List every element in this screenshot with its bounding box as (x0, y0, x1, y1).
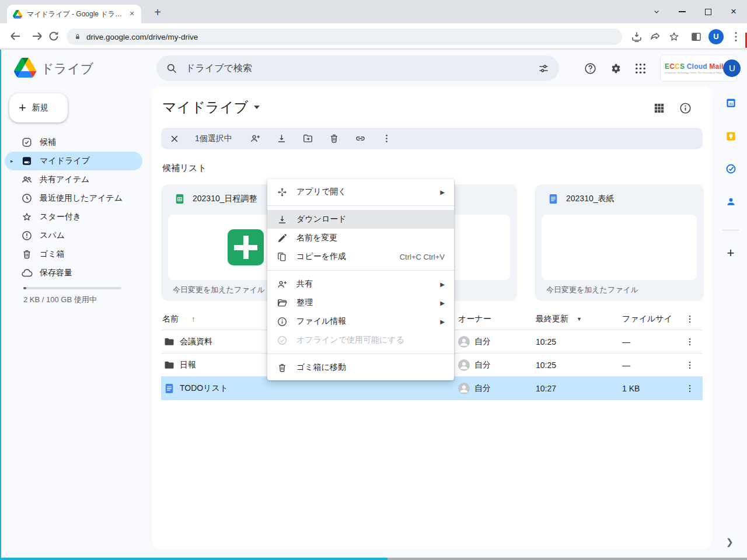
contacts-icon[interactable] (725, 196, 736, 207)
sidebar-item-starred[interactable]: スター付き (5, 208, 142, 226)
menu-item-open-with[interactable]: アプリで開く ▶ (267, 183, 454, 201)
owner-avatar (458, 383, 470, 394)
column-modified[interactable]: 最終更新 ▼ (536, 308, 582, 330)
page-title: マイドライブ (162, 98, 248, 117)
window-close-button[interactable]: × (720, 0, 747, 23)
file-row-todo-list-selected[interactable]: TODOリスト 自分 10:27 1 KB (161, 377, 703, 400)
row-more-icon[interactable] (685, 360, 695, 370)
card-preview (542, 215, 697, 280)
my-drive-icon (21, 155, 33, 167)
forward-button[interactable] (30, 29, 44, 43)
downloads-icon[interactable] (630, 30, 643, 43)
sidebar-item-label: 保存容量 (40, 268, 72, 278)
grid-view-toggle-icon[interactable] (652, 102, 666, 115)
organize-icon (277, 298, 288, 309)
url-bar[interactable]: drive.google.com/drive/my-drive (67, 29, 622, 45)
menu-item-move-to-trash[interactable]: ゴミ箱に移動 (267, 358, 454, 377)
expand-arrow-icon[interactable]: ▸ (11, 158, 13, 164)
get-addons-icon[interactable]: + (724, 246, 737, 261)
browser-tab[interactable]: マイドライブ - Google ドライブ × (7, 5, 141, 23)
sidebar-item-shared[interactable]: 共有アイテム (5, 170, 142, 189)
row-more-icon[interactable] (685, 337, 695, 347)
submenu-arrow-icon: ▶ (440, 281, 445, 288)
sidebar-item-label: スター付き (40, 212, 81, 222)
side-panel-icon[interactable] (690, 30, 703, 43)
column-name[interactable]: 名前 ↑ (162, 308, 196, 330)
sidebar-item-my-drive[interactable]: ▸ マイドライブ (5, 152, 142, 170)
selection-toolbar: 1個選択中 (161, 128, 703, 149)
clear-selection-icon[interactable] (169, 134, 180, 144)
sidebar-item-recent[interactable]: 最近使用したアイテム (5, 189, 142, 208)
window-maximize-button[interactable] (694, 0, 721, 23)
reload-button[interactable] (47, 29, 61, 43)
my-drive-title-dropdown[interactable]: マイドライブ (162, 98, 260, 117)
menu-item-make-copy[interactable]: コピーを作成 Ctrl+C Ctrl+V (267, 247, 454, 266)
menu-item-share[interactable]: 共有 ▶ (267, 275, 454, 293)
sort-dropdown-icon: ▼ (577, 316, 582, 322)
account-avatar[interactable]: U (723, 60, 741, 77)
drive-favicon-icon (13, 10, 22, 19)
sidebar-item-label: 最近使用したアイテム (40, 193, 123, 204)
trash-icon (277, 362, 288, 373)
file-name: 日報 (180, 360, 196, 370)
share-icon (277, 279, 288, 290)
share-selected-icon[interactable] (250, 133, 261, 144)
calendar-icon[interactable]: 31 (725, 97, 736, 108)
window-minimize-button[interactable] (669, 0, 696, 23)
keep-icon[interactable] (725, 131, 736, 142)
sidebar-item-spam[interactable]: スパム (5, 226, 142, 245)
settings-gear-icon[interactable] (609, 62, 623, 75)
column-more[interactable] (683, 308, 697, 330)
sidebar-item-trash[interactable]: ゴミ箱 (5, 245, 142, 264)
more-actions-icon[interactable] (381, 133, 392, 144)
browser-profile-avatar[interactable]: U (708, 29, 724, 44)
browser-menu-icon[interactable] (729, 30, 742, 43)
star-icon (21, 211, 33, 223)
hide-panel-chevron-icon[interactable]: ❯ (726, 537, 734, 547)
storage-usage-text: 2 KB / 100 GB 使用中 (23, 295, 97, 305)
suggestion-card-cover[interactable]: 202310_表紙 今日変更を加えたファイル (535, 184, 704, 301)
lock-icon (74, 32, 82, 41)
tab-close-icon[interactable]: × (127, 9, 137, 19)
window-chevron-button[interactable] (643, 0, 670, 23)
menu-item-file-info[interactable]: ファイル情報 ▶ (267, 312, 454, 331)
row-more-icon[interactable] (685, 383, 695, 394)
menu-item-rename[interactable]: 名前を変更 (267, 229, 454, 247)
card-reason: 今日変更を加えたファイル (173, 285, 265, 295)
sidebar-item-storage[interactable]: 保存容量 (5, 264, 142, 282)
file-name: TODOリスト (180, 383, 228, 394)
share-page-icon[interactable] (649, 30, 662, 43)
tasks-icon[interactable] (725, 163, 736, 174)
browser-window: マイドライブ - Google ドライブ × + × drive.google.… (0, 0, 747, 560)
tab-title: マイドライブ - Google ドライブ (27, 9, 127, 19)
account-button[interactable]: ECCS Cloud Mail Information Technology C… (660, 55, 737, 82)
trash-selected-icon[interactable] (329, 133, 340, 144)
sort-ascending-icon: ↑ (191, 314, 196, 323)
apps-grid-icon[interactable] (634, 62, 647, 75)
storage-progress-bar (23, 287, 121, 289)
download-selected-icon[interactable] (276, 133, 287, 144)
back-button[interactable] (8, 29, 22, 43)
bookmark-star-icon[interactable] (668, 30, 680, 43)
menu-divider (267, 354, 454, 354)
search-input[interactable]: ドライブで検索 (156, 55, 559, 81)
owner-label: 自分 (474, 360, 491, 370)
drive-logo-icon[interactable] (14, 58, 36, 78)
new-tab-button[interactable]: + (149, 5, 166, 21)
menu-item-download[interactable]: ダウンロード (267, 210, 454, 229)
sidebar-item-suggested[interactable]: 候補 (5, 133, 142, 152)
get-link-icon[interactable] (355, 133, 366, 144)
menu-divider (267, 270, 454, 271)
help-icon[interactable] (584, 62, 597, 75)
sidebar-item-label: 共有アイテム (40, 174, 89, 185)
sidebar-item-label: マイドライブ (40, 156, 90, 166)
file-size: — (622, 360, 630, 370)
new-button[interactable]: + 新規 (9, 93, 68, 123)
menu-item-organize[interactable]: 整理 ▶ (267, 293, 454, 312)
search-options-icon[interactable] (537, 62, 550, 75)
folder-icon (163, 359, 175, 371)
folder-icon (163, 336, 175, 348)
move-to-folder-icon[interactable] (302, 133, 313, 144)
details-info-icon[interactable] (679, 102, 692, 115)
account-brand-subtitle: Information Technology Center, The Unive… (665, 71, 723, 74)
